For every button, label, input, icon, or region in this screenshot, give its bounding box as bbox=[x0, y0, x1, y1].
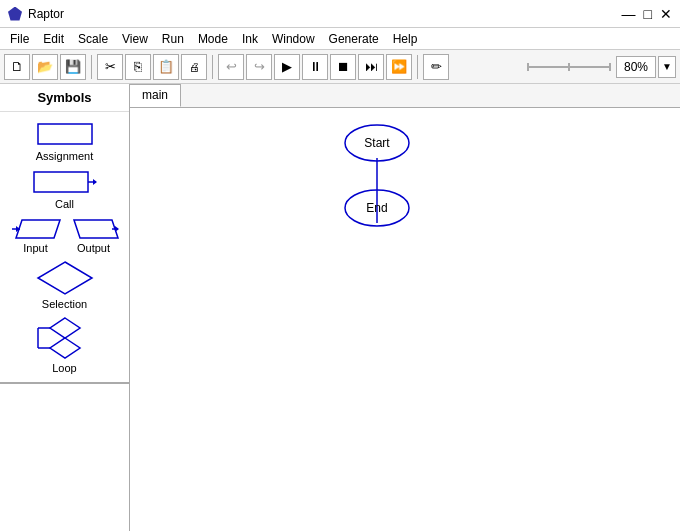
call-label: Call bbox=[55, 198, 74, 210]
copy-button[interactable]: ⎘ bbox=[125, 54, 151, 80]
maximize-button[interactable]: □ bbox=[644, 6, 652, 22]
save-button[interactable]: 💾 bbox=[60, 54, 86, 80]
symbol-call[interactable]: Call bbox=[30, 168, 100, 210]
sidebar: Symbols Assignment Call bbox=[0, 84, 130, 531]
svg-marker-10 bbox=[16, 220, 60, 238]
redo-button[interactable]: ↪ bbox=[246, 54, 272, 80]
svg-marker-16 bbox=[50, 338, 80, 358]
pen-button[interactable]: ✏ bbox=[423, 54, 449, 80]
svg-marker-11 bbox=[74, 220, 118, 238]
svg-marker-7 bbox=[93, 179, 97, 185]
toolbar-separator-1 bbox=[91, 55, 92, 79]
slider-track bbox=[524, 58, 614, 76]
symbol-input-output-row: Input Output bbox=[10, 216, 120, 254]
title-bar: Raptor — □ ✕ bbox=[0, 0, 680, 28]
menu-help[interactable]: Help bbox=[387, 30, 424, 48]
output-icon bbox=[68, 216, 120, 242]
output-label: Output bbox=[77, 242, 110, 254]
symbol-loop[interactable]: Loop bbox=[34, 316, 96, 374]
loop-icon bbox=[34, 316, 96, 360]
input-icon bbox=[10, 216, 62, 242]
lower-sidebar bbox=[0, 383, 129, 531]
svg-rect-5 bbox=[34, 172, 88, 192]
svg-marker-15 bbox=[50, 318, 80, 338]
step-button[interactable]: ⏭ bbox=[358, 54, 384, 80]
menu-bar: File Edit Scale View Run Mode Ink Window… bbox=[0, 28, 680, 50]
minimize-button[interactable]: — bbox=[622, 6, 636, 22]
close-button[interactable]: ✕ bbox=[660, 6, 672, 22]
title-left: Raptor bbox=[8, 7, 64, 21]
symbol-input[interactable]: Input bbox=[10, 216, 62, 254]
canvas[interactable]: Start End bbox=[130, 108, 680, 531]
menu-edit[interactable]: Edit bbox=[37, 30, 70, 48]
menu-view[interactable]: View bbox=[116, 30, 154, 48]
toolbar-slider-area bbox=[524, 58, 614, 76]
assignment-icon bbox=[34, 120, 96, 148]
tab-main[interactable]: main bbox=[130, 84, 181, 107]
toolbar-separator-2 bbox=[212, 55, 213, 79]
pause-button[interactable]: ⏸ bbox=[302, 54, 328, 80]
svg-marker-14 bbox=[38, 262, 92, 294]
symbols-header: Symbols bbox=[0, 84, 129, 112]
zoom-dropdown[interactable]: ▼ bbox=[658, 56, 676, 78]
canvas-svg: Start End bbox=[130, 108, 680, 531]
input-label: Input bbox=[23, 242, 47, 254]
toolbar: 🗋 📂 💾 ✂ ⎘ 📋 🖨 ↩ ↪ ▶ ⏸ ⏹ ⏭ ⏩ ✏ 80% ▼ bbox=[0, 50, 680, 84]
stop-button[interactable]: ⏹ bbox=[330, 54, 356, 80]
symbol-assignment[interactable]: Assignment bbox=[34, 120, 96, 162]
toolbar-separator-3 bbox=[417, 55, 418, 79]
svg-rect-4 bbox=[38, 124, 92, 144]
svg-text:Start: Start bbox=[364, 136, 390, 150]
menu-file[interactable]: File bbox=[4, 30, 35, 48]
menu-mode[interactable]: Mode bbox=[192, 30, 234, 48]
app-title: Raptor bbox=[28, 7, 64, 21]
zoom-area: 80% ▼ bbox=[616, 56, 676, 78]
paste-button[interactable]: 📋 bbox=[153, 54, 179, 80]
selection-icon bbox=[34, 260, 96, 296]
print-button[interactable]: 🖨 bbox=[181, 54, 207, 80]
svg-marker-13 bbox=[115, 226, 119, 232]
assignment-label: Assignment bbox=[36, 150, 93, 162]
symbol-selection[interactable]: Selection bbox=[34, 260, 96, 310]
loop-label: Loop bbox=[52, 362, 76, 374]
symbol-output[interactable]: Output bbox=[68, 216, 120, 254]
new-button[interactable]: 🗋 bbox=[4, 54, 30, 80]
canvas-area: main Start End bbox=[130, 84, 680, 531]
main-area: Symbols Assignment Call bbox=[0, 84, 680, 531]
svg-text:End: End bbox=[366, 201, 387, 215]
undo-button[interactable]: ↩ bbox=[218, 54, 244, 80]
menu-scale[interactable]: Scale bbox=[72, 30, 114, 48]
play-button[interactable]: ▶ bbox=[274, 54, 300, 80]
zoom-input[interactable]: 80% bbox=[616, 56, 656, 78]
app-icon bbox=[8, 7, 22, 21]
title-controls: — □ ✕ bbox=[622, 6, 672, 22]
open-button[interactable]: 📂 bbox=[32, 54, 58, 80]
watch-button[interactable]: ⏩ bbox=[386, 54, 412, 80]
cut-button[interactable]: ✂ bbox=[97, 54, 123, 80]
tab-bar: main bbox=[130, 84, 680, 108]
menu-generate[interactable]: Generate bbox=[323, 30, 385, 48]
selection-label: Selection bbox=[42, 298, 87, 310]
menu-run[interactable]: Run bbox=[156, 30, 190, 48]
menu-window[interactable]: Window bbox=[266, 30, 321, 48]
call-icon bbox=[30, 168, 100, 196]
symbols-panel: Assignment Call bbox=[0, 112, 129, 383]
menu-ink[interactable]: Ink bbox=[236, 30, 264, 48]
